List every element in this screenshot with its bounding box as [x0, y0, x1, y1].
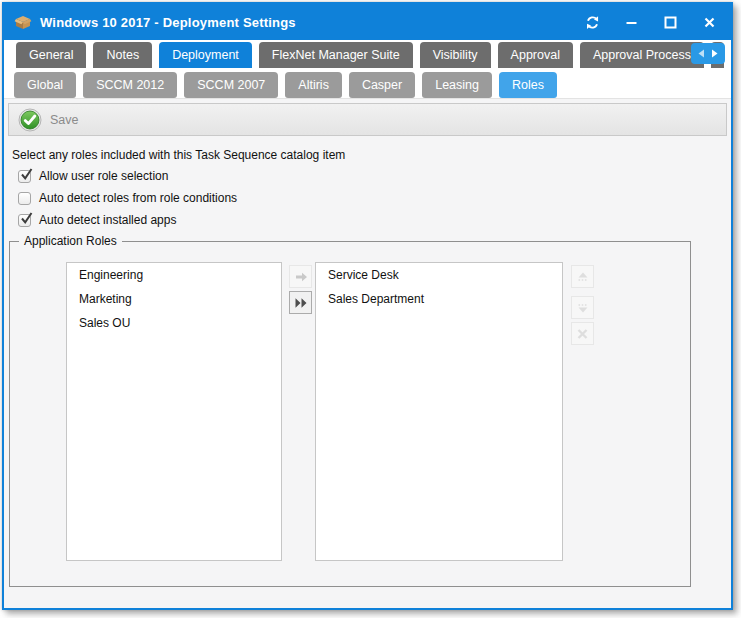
minimize-icon[interactable] [623, 14, 639, 30]
close-icon[interactable] [701, 14, 717, 30]
titlebar: Windows 10 2017 - Deployment Settings [4, 4, 731, 40]
checkbox-auto-detect-roles-from-role-conditions[interactable] [18, 192, 31, 205]
selected-roles-listbox[interactable]: Service DeskSales Department [315, 262, 563, 561]
tab-sccm-2012[interactable]: SCCM 2012 [83, 72, 177, 98]
maximize-icon[interactable] [662, 14, 678, 30]
single-right-arrow-icon [294, 271, 308, 283]
tab-approval-process[interactable]: Approval Process [580, 42, 704, 68]
app-package-icon [14, 14, 32, 30]
list-item-sales-department[interactable]: Sales Department [316, 287, 562, 311]
tab-notes[interactable]: Notes [93, 42, 152, 68]
tab-general[interactable]: General [16, 42, 86, 68]
tab-sccm-2007[interactable]: SCCM 2007 [184, 72, 278, 98]
list-item-service-desk[interactable]: Service Desk [316, 263, 562, 287]
save-check-icon [18, 108, 42, 132]
tab-scroll-right-icon[interactable] [711, 49, 718, 58]
roles-tab-content: Save Select any roles included with this… [4, 98, 731, 608]
save-button-label: Save [50, 113, 79, 127]
tab-global[interactable]: Global [14, 72, 76, 98]
tab-leasing[interactable]: Leasing [422, 72, 492, 98]
move-down-button[interactable] [571, 296, 594, 319]
save-button[interactable]: Save [16, 106, 89, 134]
titlebar-controls [584, 14, 717, 30]
move-right-button[interactable] [289, 265, 312, 288]
application-roles-groupbox: Application Roles EngineeringMarketingSa… [9, 241, 691, 587]
groupbox-title: Application Roles [19, 234, 122, 248]
role-options-checkbox-group: Allow user role selectionAuto detect rol… [4, 165, 731, 231]
triangle-down-icon [576, 302, 590, 314]
list-item-engineering[interactable]: Engineering [67, 263, 281, 287]
available-roles-listbox[interactable]: EngineeringMarketingSales OU [66, 262, 282, 561]
double-right-arrow-icon [294, 297, 308, 309]
tab-altiris[interactable]: Altiris [285, 72, 342, 98]
triangle-up-icon [576, 271, 590, 283]
checkbox-label: Auto detect roles from role conditions [39, 191, 237, 205]
checkmark-icon [20, 212, 33, 224]
secondary-tab-row: GlobalSCCM 2012SCCM 2007AltirisCasperLea… [4, 68, 731, 98]
checkbox-allow-user-role-selection[interactable] [18, 170, 31, 183]
toolbar: Save [8, 103, 727, 136]
tab-scroll-left-icon[interactable] [698, 49, 705, 58]
list-item-marketing[interactable]: Marketing [67, 287, 281, 311]
move-all-right-button[interactable] [289, 291, 312, 314]
primary-tab-row: GeneralNotesDeploymentFlexNet Manager Su… [4, 40, 731, 68]
move-up-button[interactable] [571, 265, 594, 288]
tab-approval[interactable]: Approval [498, 42, 573, 68]
window-title: Windows 10 2017 - Deployment Settings [40, 15, 296, 30]
checkbox-label: Auto detect installed apps [39, 213, 176, 227]
tab-casper[interactable]: Casper [349, 72, 415, 98]
checkbox-label: Allow user role selection [39, 169, 168, 183]
tab-visibility[interactable]: Visibility [420, 42, 491, 68]
tab-deployment[interactable]: Deployment [159, 42, 252, 68]
deployment-settings-window: Windows 10 2017 - Deployment Settings [2, 2, 733, 610]
tab-flexnet-manager-suite[interactable]: FlexNet Manager Suite [259, 42, 413, 68]
tab-roles[interactable]: Roles [499, 72, 557, 98]
list-item-sales-ou[interactable]: Sales OU [67, 311, 281, 335]
checkbox-row-auto-detect-installed-apps: Auto detect installed apps [18, 209, 731, 231]
checkbox-row-auto-detect-roles-from-role-conditions: Auto detect roles from role conditions [18, 187, 731, 209]
remove-x-icon [576, 328, 589, 340]
checkbox-row-allow-user-role-selection: Allow user role selection [18, 165, 731, 187]
roles-instruction-text: Select any roles included with this Task… [12, 148, 731, 162]
checkmark-icon [20, 168, 33, 180]
refresh-icon[interactable] [584, 14, 600, 30]
remove-role-button[interactable] [571, 322, 594, 345]
tab-scroll-buttons [691, 43, 725, 64]
checkbox-auto-detect-installed-apps[interactable] [18, 214, 31, 227]
